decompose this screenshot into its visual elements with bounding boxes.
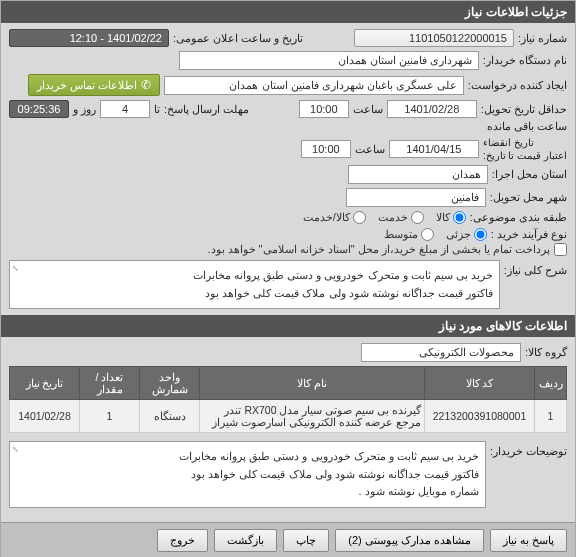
category-radio-service[interactable] — [411, 211, 424, 224]
purchase-radio-minor[interactable] — [474, 228, 487, 241]
label-day-and: روز و — [73, 103, 96, 116]
cell-idx: 1 — [535, 400, 567, 433]
row-general-desc: شرح کلی نیاز: ⤡ خرید بی سیم ثابت و متحرک… — [9, 260, 567, 309]
category-label-goods: کالا — [436, 211, 450, 224]
value-buyer-org: شهرداری فامنین استان همدان — [179, 51, 479, 70]
buyer-notes-text: خرید بی سیم ثابت و متحرک خودرویی و دستی … — [179, 450, 479, 497]
partial-pay-checkbox[interactable] — [554, 243, 567, 256]
need-details-panel: جزئیات اطلاعات نیاز شماره نیاز: 11010501… — [0, 0, 576, 557]
value-need-no: 1101050122000015 — [354, 29, 514, 47]
th-code: کد کالا — [425, 367, 535, 400]
attachments-count: (2) — [348, 534, 361, 546]
cell-date: 1401/02/28 — [10, 400, 80, 433]
value-send-days: 4 — [100, 100, 150, 118]
th-idx: ردیف — [535, 367, 567, 400]
purchase-radio-medium[interactable] — [421, 228, 434, 241]
label-validity: اعتبار قیمت تا تاریخ: — [483, 150, 567, 161]
partial-pay-check[interactable]: پرداخت تمام یا بخشی از مبلغ خرید،از محل … — [207, 243, 567, 256]
label-exec-province: استان محل اجرا: — [492, 168, 567, 181]
value-deadline-time: 10:00 — [299, 100, 349, 118]
contact-buyer-label: اطلاعات تماس خریدار — [37, 79, 137, 92]
purchase-option-medium[interactable]: متوسط — [384, 228, 434, 241]
value-delivery-city: فامنین — [346, 188, 486, 207]
label-need-category: طبقه بندی موضوعی: — [470, 211, 567, 224]
resize-handle-icon-2[interactable]: ⤡ — [12, 444, 19, 457]
th-qty: تعداد / مقدار — [80, 367, 140, 400]
panel-body: شماره نیاز: 1101050122000015 تاریخ و ساع… — [1, 23, 575, 522]
label-general-desc: شرح کلی نیاز: — [504, 260, 567, 277]
th-unit: واحد شمارش — [140, 367, 200, 400]
row-category: طبقه بندی موضوعی: کالا خدمت کالا/خدمت — [9, 211, 567, 224]
row-city: شهر محل تحویل: فامنین — [9, 188, 567, 207]
reply-label: پاسخ به نیاز — [503, 534, 554, 546]
value-request-creator: علی عسگری باغبان شهرداری فامنین استان هم… — [164, 76, 464, 95]
label-send-deadline: مهلت ارسال پاسخ: — [164, 103, 249, 116]
value-goods-group: محصولات الکترونیکی — [361, 343, 521, 362]
label-until: تا — [154, 103, 160, 116]
row-need-no: شماره نیاز: 1101050122000015 تاریخ و ساع… — [9, 29, 567, 47]
print-button[interactable]: چاپ — [283, 529, 329, 552]
cell-name: گیرنده بی سیم صوتی سیار مدل RX700 تندر م… — [200, 400, 425, 433]
purchase-option-minor[interactable]: جزئی — [446, 228, 487, 241]
label-buyer-notes: توضیحات خریدار: — [490, 441, 567, 458]
items-table: ردیف کد کالا نام کالا واحد شمارش تعداد /… — [9, 366, 567, 433]
exit-button[interactable]: خروج — [157, 529, 208, 552]
purchase-label-medium: متوسط — [384, 228, 418, 241]
row-buyer-org: نام دستگاه خریدار: شهرداری فامنین استان … — [9, 51, 567, 70]
category-label-service: خدمت — [378, 211, 408, 224]
partial-pay-label: پرداخت تمام یا بخشی از مبلغ خرید،از محل … — [207, 243, 550, 256]
row-purchase-type: نوع فرآیند خرید : جزئی متوسط پرداخت تمام… — [9, 228, 567, 256]
value-send-time: 09:25:36 — [9, 100, 69, 118]
general-desc-text: خرید بی سیم ثابت و متحرک خودرویی و دستی … — [193, 269, 493, 299]
back-button[interactable]: بازگشت — [214, 529, 277, 552]
row-province: استان محل اجرا: همدان — [9, 165, 567, 184]
cell-code: 2213200391080001 — [425, 400, 535, 433]
label-credit-expiry: تاریخ انقضاء — [483, 137, 567, 148]
category-option-goods[interactable]: کالا — [436, 211, 466, 224]
cell-unit: دستگاه — [140, 400, 200, 433]
cell-qty: 1 — [80, 400, 140, 433]
value-deadline-date: 1401/02/28 — [387, 100, 477, 118]
row-validity: تاریخ انقضاء اعتبار قیمت تا تاریخ: 1401/… — [9, 137, 567, 161]
label-goods-group: گروه کالا: — [525, 346, 567, 359]
bottom-actions-bar: پاسخ به نیاز مشاهده مدارک پیوستی (2) چاپ… — [1, 522, 575, 557]
category-option-both[interactable]: کالا/خدمت — [303, 211, 366, 224]
items-section-title: اطلاعات کالاهای مورد نیاز — [439, 319, 567, 333]
print-label: چاپ — [296, 534, 316, 546]
category-radio-set: کالا خدمت کالا/خدمت — [303, 211, 466, 224]
panel-title-bar: جزئیات اطلاعات نیاز — [1, 1, 575, 23]
buyer-notes-box: ⤡ خرید بی سیم ثابت و متحرک خودرویی و دست… — [9, 441, 486, 508]
label-purchase-type: نوع فرآیند خرید : — [491, 228, 567, 241]
label-hour-1: ساعت — [353, 103, 383, 116]
label-validity-group: تاریخ انقضاء اعتبار قیمت تا تاریخ: — [483, 137, 567, 161]
contact-buyer-button[interactable]: اطلاعات تماس خریدار — [28, 74, 160, 96]
attachments-label: مشاهده مدارک پیوستی — [365, 534, 471, 546]
table-row[interactable]: 1 2213200391080001 گیرنده بی سیم صوتی سی… — [10, 400, 567, 433]
items-header-row: ردیف کد کالا نام کالا واحد شمارش تعداد /… — [10, 367, 567, 400]
attachments-button[interactable]: مشاهده مدارک پیوستی (2) — [335, 529, 484, 552]
purchase-label-minor: جزئی — [446, 228, 471, 241]
row-goods-group: گروه کالا: محصولات الکترونیکی — [9, 343, 567, 362]
category-radio-goods[interactable] — [453, 211, 466, 224]
category-radio-both[interactable] — [353, 211, 366, 224]
resize-handle-icon[interactable]: ⤡ — [12, 263, 19, 276]
label-buyer-org: نام دستگاه خریدار: — [483, 54, 567, 67]
th-name: نام کالا — [200, 367, 425, 400]
category-option-service[interactable]: خدمت — [378, 211, 424, 224]
label-remaining: ساعت باقی مانده — [487, 120, 567, 133]
exit-label: خروج — [170, 534, 195, 546]
reply-button[interactable]: پاسخ به نیاز — [490, 529, 567, 552]
value-validity-time: 10:00 — [301, 140, 351, 158]
label-hour-2: ساعت — [355, 143, 385, 156]
general-desc-box: ⤡ خرید بی سیم ثابت و متحرک خودرویی و دست… — [9, 260, 500, 309]
row-deadline: حداقل تاریخ تحویل: 1401/02/28 ساعت 10:00… — [9, 100, 567, 133]
th-date: تاریخ نیاز — [10, 367, 80, 400]
panel-title: جزئیات اطلاعات نیاز — [465, 5, 567, 19]
items-section-bar: اطلاعات کالاهای مورد نیاز — [1, 315, 575, 337]
phone-icon — [141, 78, 151, 92]
label-announce-datetime: تاریخ و ساعت اعلان عمومی: — [173, 32, 303, 45]
value-announce-datetime: 1401/02/22 - 12:10 — [9, 29, 169, 47]
value-validity-date: 1401/04/15 — [389, 140, 479, 158]
back-label: بازگشت — [227, 534, 264, 546]
category-label-both: کالا/خدمت — [303, 211, 350, 224]
